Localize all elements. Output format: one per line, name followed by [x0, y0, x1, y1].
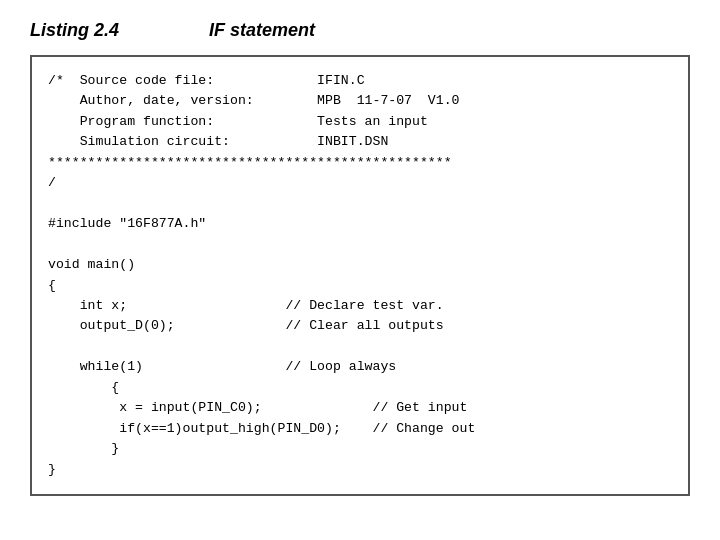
code-box: /* Source code file: IFIN.C Author, date…	[30, 55, 690, 496]
page-container: Listing 2.4 IF statement /* Source code …	[0, 0, 720, 540]
listing-title: Listing 2.4 IF statement	[30, 20, 690, 41]
listing-subtitle: IF statement	[209, 20, 315, 40]
listing-label: Listing 2.4	[30, 20, 119, 40]
